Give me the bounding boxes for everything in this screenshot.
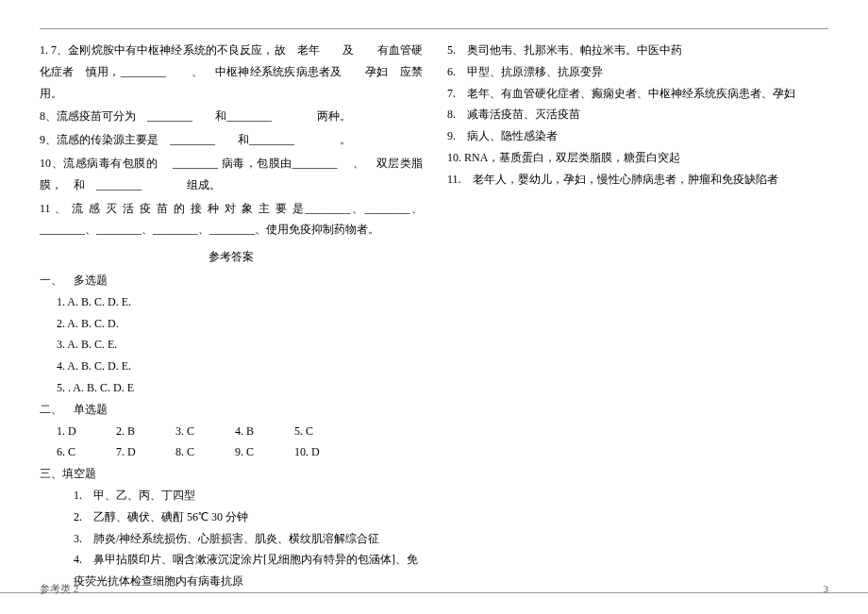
question-8: 8、流感疫苗可分为 ________ 和________ 两种。: [40, 106, 423, 127]
page-body: 1. 7、金刚烷胺中有中枢神经系统的不良反应，故 老年 及 有血管硬化症者 慎用…: [0, 0, 868, 593]
sa-6: 6. C: [57, 441, 113, 463]
question-7: 1. 7、金刚烷胺中有中枢神经系统的不良反应，故 老年 及 有血管硬化症者 慎用…: [40, 40, 423, 104]
fill-answer-1: 1. 甲、乙、丙、丁四型: [40, 485, 423, 506]
footer-page-number: 3: [824, 579, 829, 599]
mc-answer-5: 5. . A. B. C. D. E: [40, 377, 423, 399]
section-2-heading: 二、 单选题: [40, 399, 423, 421]
sa-10: 10. D: [294, 441, 351, 463]
fill-answer-10: 10. RNA，基质蛋白，双层类脂膜，糖蛋白突起: [447, 147, 828, 169]
sa-5: 5. C: [294, 421, 351, 442]
sa-7: 7. D: [116, 441, 173, 463]
footer-left: 参考类 2: [40, 579, 78, 599]
sa-3: 3. C: [175, 421, 232, 442]
answers-title: 参考答案: [40, 246, 423, 268]
section-1-heading: 一、 多选题: [40, 270, 423, 291]
sa-1: 1. D: [57, 421, 113, 442]
fill-answer-5: 5. 奥司他韦、扎那米韦、帕拉米韦。中医中药: [447, 40, 828, 61]
sa-2: 2. B: [116, 421, 173, 442]
page-footer: 参考类 2 3: [40, 579, 828, 599]
section-3-heading: 三、填空题: [40, 463, 423, 485]
left-column: 1. 7、金刚烷胺中有中枢神经系统的不良反应，故 老年 及 有血管硬化症者 慎用…: [40, 30, 423, 592]
fill-answer-3: 3. 肺炎/神经系统损伤、心脏损害、肌炎、横纹肌溶解综合征: [40, 528, 423, 550]
fill-answer-6: 6. 甲型、抗原漂移、抗原变异: [447, 61, 828, 83]
fill-answer-8: 8. 减毒活疫苗、灭活疫苗: [447, 104, 828, 125]
mc-answer-4: 4. A. B. C. D. E.: [40, 356, 423, 377]
fill-answer-2: 2. 乙醇、碘伏、碘酊 56℃ 30 分钟: [40, 506, 423, 528]
fill-answer-7: 7. 老年、有血管硬化症者、癫痫史者、中枢神经系统疾病患者、孕妇: [447, 83, 828, 105]
mc-answer-2: 2. A. B. C. D.: [40, 313, 423, 335]
sa-4: 4. B: [235, 421, 292, 442]
mc-answer-3: 3. A. B. C. E.: [40, 334, 423, 356]
fill-answer-9: 9. 病人、隐性感染者: [447, 125, 828, 147]
single-answer-row-2: 6. C 7. D 8. C 9. C 10. D: [40, 441, 423, 463]
sa-9: 9. C: [235, 441, 292, 463]
question-11: 11 、 流 感 灭 活 疫 苗 的 接 种 对 象 主 要 是________…: [40, 198, 423, 241]
mc-answer-1: 1. A. B. C. D. E.: [40, 291, 423, 313]
single-answer-row-1: 1. D 2. B 3. C 4. B 5. C: [40, 421, 423, 442]
question-9: 9、流感的传染源主要是 ________ 和________ 。: [40, 129, 423, 151]
right-column: 5. 奥司他韦、扎那米韦、帕拉米韦。中医中药 6. 甲型、抗原漂移、抗原变异 7…: [447, 30, 828, 592]
sa-8: 8. C: [175, 441, 232, 463]
question-10: 10、流感病毒有包膜的 ________ 病毒，包膜由________ 、 双层…: [40, 153, 423, 196]
fill-answer-11: 11. 老年人，婴幼儿，孕妇，慢性心肺病患者，肿瘤和免疫缺陷者: [447, 169, 828, 191]
